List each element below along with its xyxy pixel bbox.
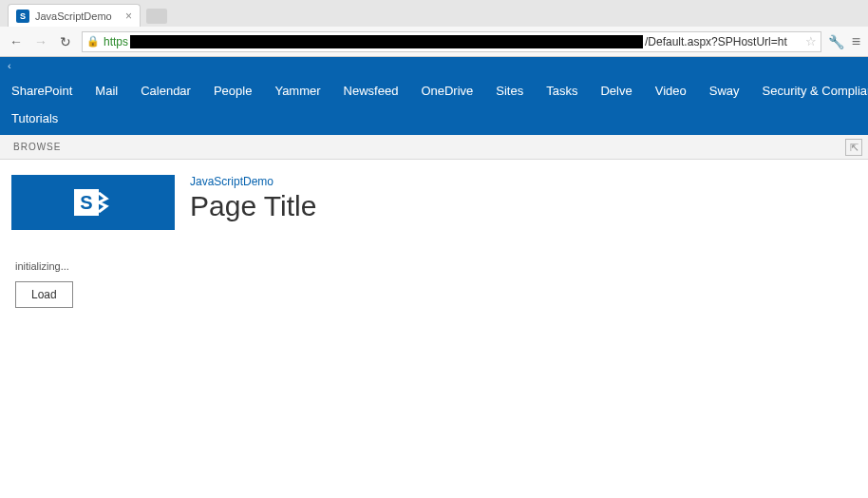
- svg-text:S: S: [80, 192, 92, 213]
- page-header: S JavaScriptDemo Page Title: [0, 160, 868, 238]
- site-title-link[interactable]: JavaScriptDemo: [190, 175, 316, 188]
- page-title: Page Title: [190, 190, 316, 222]
- chrome-menu-icon[interactable]: ≡: [852, 33, 860, 50]
- browser-chrome: S JavaScriptDemo × ← → ↻ 🔒 https /Defaul…: [0, 0, 868, 57]
- url-scheme: https: [104, 35, 128, 48]
- back-button[interactable]: ←: [8, 33, 25, 50]
- reload-button[interactable]: ↻: [57, 33, 74, 50]
- url-redacted: [130, 35, 643, 48]
- lock-icon: 🔒: [86, 35, 100, 48]
- settings-icon[interactable]: 🔧: [829, 34, 844, 49]
- browser-tab[interactable]: S JavaScriptDemo ×: [8, 4, 141, 27]
- nav-sway[interactable]: Sway: [698, 80, 751, 102]
- nav-people[interactable]: People: [202, 80, 263, 102]
- nav-tasks[interactable]: Tasks: [535, 80, 589, 102]
- close-icon[interactable]: ×: [125, 10, 132, 23]
- suite-bar: ‹ SharePoint Mail Calendar People Yammer…: [0, 57, 868, 135]
- focus-content-button[interactable]: ⇱: [845, 139, 862, 156]
- suite-nav-row: SharePoint Mail Calendar People Yammer N…: [0, 74, 868, 107]
- nav-tutorials[interactable]: Tutorials: [0, 107, 69, 129]
- status-text: initializing...: [15, 260, 853, 272]
- new-tab-button[interactable]: [146, 9, 167, 24]
- nav-newsfeed[interactable]: Newsfeed: [332, 80, 410, 102]
- nav-calendar[interactable]: Calendar: [129, 80, 202, 102]
- tab-strip: S JavaScriptDemo ×: [0, 0, 868, 27]
- sharepoint-favicon-icon: S: [16, 10, 29, 23]
- address-bar[interactable]: 🔒 https /Default.aspx?SPHostUrl=ht ☆: [82, 31, 821, 52]
- nav-mail[interactable]: Mail: [84, 80, 129, 102]
- tab-title: JavaScriptDemo: [35, 10, 112, 22]
- sharepoint-logo-icon: S: [70, 180, 116, 225]
- nav-yammer[interactable]: Yammer: [263, 80, 331, 102]
- title-block: JavaScriptDemo Page Title: [190, 175, 316, 222]
- url-suffix: /Default.aspx?SPHostUrl=ht: [645, 35, 787, 48]
- ribbon-tab-browse[interactable]: BROWSE: [0, 136, 74, 158]
- nav-delve[interactable]: Delve: [589, 80, 643, 102]
- page-content: initializing... Load: [0, 238, 868, 331]
- suite-nav-row-2: Tutorials: [0, 107, 868, 135]
- back-chevron-icon[interactable]: ‹: [8, 60, 11, 71]
- nav-video[interactable]: Video: [644, 80, 698, 102]
- forward-button: →: [32, 33, 49, 50]
- bookmark-star-icon[interactable]: ☆: [805, 34, 817, 48]
- nav-sites[interactable]: Sites: [484, 80, 535, 102]
- load-button[interactable]: Load: [15, 281, 73, 308]
- site-logo[interactable]: S: [11, 175, 175, 230]
- browser-toolbar: ← → ↻ 🔒 https /Default.aspx?SPHostUrl=ht…: [0, 27, 868, 57]
- nav-sharepoint[interactable]: SharePoint: [0, 80, 84, 102]
- ribbon: BROWSE ⇱: [0, 135, 868, 160]
- nav-security-compliance[interactable]: Security & Compliance: [751, 80, 868, 102]
- nav-onedrive[interactable]: OneDrive: [409, 80, 484, 102]
